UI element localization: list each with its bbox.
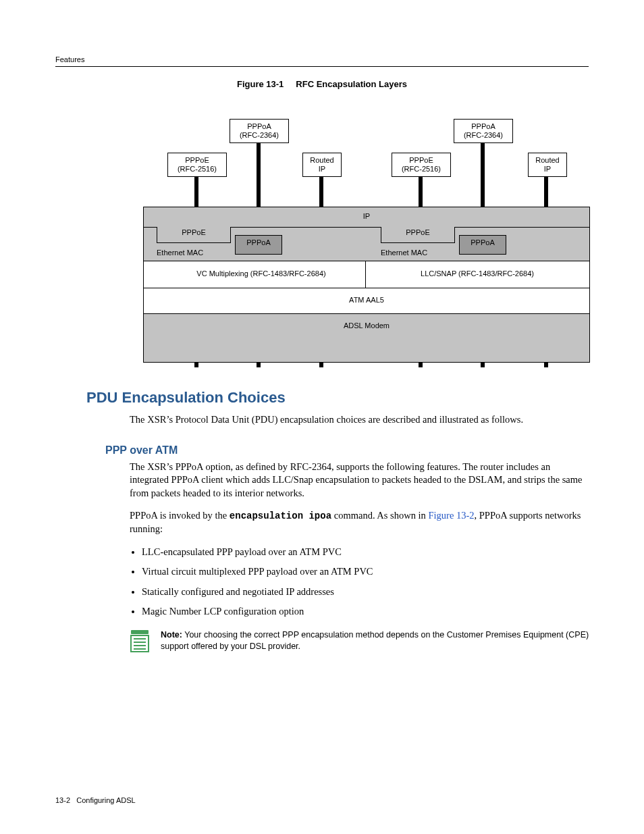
text: command. As shown in xyxy=(331,510,428,521)
diagram-label: (RFC-2516) xyxy=(392,165,450,174)
figure-diagram: PPPoA (RFC-2364) PPPoA (RFC-2364) PPPoE … xyxy=(143,99,589,367)
diagram-label: (RFC-2516) xyxy=(168,165,226,174)
diagram-label: IP xyxy=(303,165,341,174)
layer-vc-mux: VC Multiplexing (RFC-1483/RFC-2684) xyxy=(163,269,359,278)
diagram-label: IP xyxy=(529,165,566,174)
note-text: Note: Your choosing the correct PPP enca… xyxy=(161,629,591,652)
note-icon xyxy=(130,629,151,652)
list-item: LLC-encapsulated PPP payload over an ATM… xyxy=(142,546,590,559)
chapter-name: Configuring ADSL xyxy=(76,796,135,804)
diagram-label: Routed xyxy=(529,156,566,165)
figure-title: RFC Encapsulation Layers xyxy=(296,79,407,89)
note-lead: Note: xyxy=(161,630,182,640)
running-head: Features xyxy=(55,55,589,67)
list-item: Virtual circuit multiplexed PPP payload … xyxy=(142,565,590,579)
layer-pppoa: PPPoA xyxy=(235,235,282,255)
diagram-label: PPPoA xyxy=(454,122,512,131)
layer-pppoe: PPPoE xyxy=(381,227,455,243)
page-footer: 13-2 Configuring ADSL xyxy=(55,796,136,804)
command-text: encapsulation ipoa xyxy=(230,511,331,521)
page-root: Features Figure 13-1RFC Encapsulation La… xyxy=(0,0,644,834)
layer-pppoa: PPPoA xyxy=(459,235,506,255)
body-paragraph: The XSR’s PPPoA option, as defined by RF… xyxy=(130,461,591,500)
figure-link[interactable]: Figure 13-2 xyxy=(428,510,474,521)
heading-ppp-over-atm: PPP over ATM xyxy=(105,444,589,457)
diagram-label: PPPoE xyxy=(392,156,450,165)
figure-caption: Figure 13-1RFC Encapsulation Layers xyxy=(55,79,589,89)
note-block: Note: Your choosing the correct PPP enca… xyxy=(130,629,591,652)
diagram-label: PPPoA xyxy=(230,122,288,131)
diagram-label: Routed xyxy=(303,156,341,165)
list-item: Magic Number LCP configuration option xyxy=(142,605,590,619)
diagram-label: (RFC-2364) xyxy=(230,131,288,140)
intro-paragraph: The XSR’s Protocol Data Unit (PDU) encap… xyxy=(130,413,591,427)
diagram-label: PPPoE xyxy=(168,156,226,165)
figure-number: Figure 13-1 xyxy=(237,79,284,89)
layer-pppoe: PPPoE xyxy=(157,227,231,243)
layer-ethernet-mac: Ethernet MAC xyxy=(157,249,203,257)
heading-pdu-encapsulation: PDU Encapsulation Choices xyxy=(86,389,589,407)
feature-list: LLC-encapsulated PPP payload over an ATM… xyxy=(130,546,590,619)
layer-llc-snap: LLC/SNAP (RFC-1483/RFC-2684) xyxy=(379,269,575,278)
diagram-label: (RFC-2364) xyxy=(454,131,512,140)
page-number: 13-2 xyxy=(55,796,70,804)
svg-rect-0 xyxy=(131,630,149,634)
text: PPPoA is invoked by the xyxy=(130,510,230,521)
note-body: Your choosing the correct PPP encapsulat… xyxy=(161,630,589,651)
layer-ethernet-mac: Ethernet MAC xyxy=(381,249,427,257)
list-item: Statically configured and negotiated IP … xyxy=(142,585,590,599)
body-paragraph: PPPoA is invoked by the encapsulation ip… xyxy=(130,509,591,536)
